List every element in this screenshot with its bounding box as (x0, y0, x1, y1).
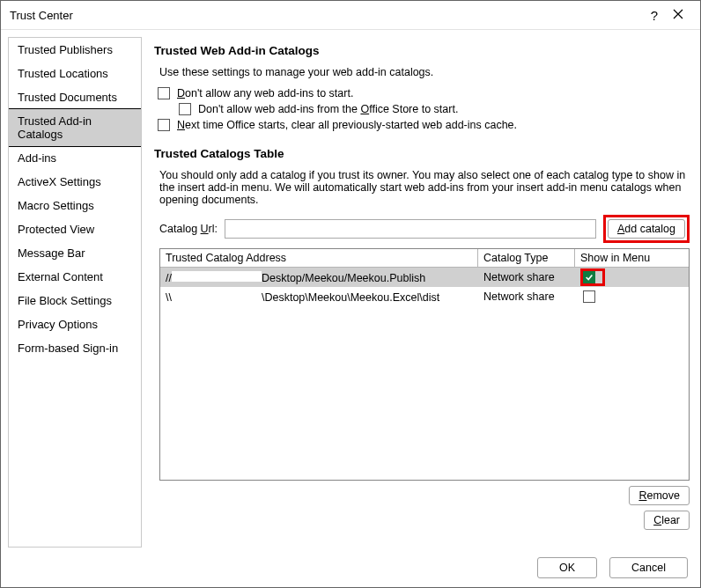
checkbox-label: Don't allow web add-ins from the Office … (198, 103, 458, 115)
cell-type: Network share (478, 290, 575, 303)
cell-show-in-menu (575, 288, 689, 305)
remove-button[interactable]: Remove (629, 486, 690, 505)
highlight-add-catalog: Add catalog (603, 215, 690, 243)
section1-description: Use these settings to manage your web ad… (154, 66, 690, 85)
sidebar-item-file-block-settings[interactable]: File Block Settings (9, 289, 141, 312)
section2-description: You should only add a catalog if you tru… (154, 169, 690, 213)
sidebar-item-external-content[interactable]: External Content (9, 265, 141, 289)
table-header: Trusted Catalog Address Catalog Type Sho… (160, 249, 689, 268)
sidebar-item-trusted-documents[interactable]: Trusted Documents (9, 85, 141, 109)
section-title-web-addin-catalogs: Trusted Web Add-in Catalogs (154, 40, 690, 66)
table-row[interactable]: //Desktop/Meekou/Meekou.Publish Network … (160, 268, 689, 287)
column-header-show-in-menu[interactable]: Show in Menu (575, 249, 689, 267)
sidebar-item-macro-settings[interactable]: Macro Settings (9, 194, 141, 217)
cell-address: \\\Desktop\Meekou\Meekou.Excel\dist (160, 290, 478, 304)
main-panel: Trusted Web Add-in Catalogs Use these se… (151, 37, 693, 548)
checkbox-dont-allow-office-store[interactable] (179, 103, 191, 115)
cell-show-in-menu (575, 268, 689, 286)
show-in-menu-checkbox[interactable] (583, 290, 595, 303)
help-icon[interactable]: ? (644, 8, 665, 23)
table-button-group: Remove Clear (154, 486, 690, 535)
section-title-trusted-catalogs-table: Trusted Catalogs Table (154, 133, 690, 169)
table-body[interactable]: //Desktop/Meekou/Meekou.Publish Network … (160, 268, 689, 480)
sidebar-item-trusted-locations[interactable]: Trusted Locations (9, 62, 141, 85)
catalog-url-row: Catalog Url: Add catalog (154, 213, 690, 248)
sidebar-item-privacy-options[interactable]: Privacy Options (9, 312, 141, 336)
checkbox-row-dont-allow-office-store[interactable]: Don't allow web add-ins from the Office … (154, 101, 690, 117)
checkbox-row-clear-cache[interactable]: Next time Office starts, clear all previ… (154, 117, 690, 133)
sidebar-item-trusted-addin-catalogs[interactable]: Trusted Add-in Catalogs (8, 108, 142, 147)
checkbox-row-dont-allow-addins[interactable]: Don't allow any web add-ins to start. (154, 85, 690, 101)
highlight-show-in-menu-checkbox (580, 268, 605, 286)
show-in-menu-checkbox-wrap (580, 288, 605, 305)
trust-center-window: Trust Center ? Trusted Publishers Truste… (0, 0, 701, 588)
table-row[interactable]: \\\Desktop\Meekou\Meekou.Excel\dist Netw… (160, 287, 689, 306)
window-title: Trust Center (10, 9, 644, 22)
sidebar: Trusted Publishers Trusted Locations Tru… (8, 37, 142, 548)
titlebar: Trust Center ? (1, 1, 700, 30)
cell-address: //Desktop/Meekou/Meekou.Publish (160, 271, 478, 284)
dialog-body: Trusted Publishers Trusted Locations Tru… (1, 30, 700, 548)
catalog-url-label: Catalog Url: (159, 223, 218, 235)
ok-button[interactable]: OK (537, 557, 597, 578)
close-icon[interactable] (665, 9, 691, 22)
column-header-type[interactable]: Catalog Type (478, 249, 575, 267)
catalog-url-input[interactable] (225, 219, 596, 239)
add-catalog-button[interactable]: Add catalog (608, 219, 685, 239)
column-header-address[interactable]: Trusted Catalog Address (160, 249, 478, 267)
sidebar-item-activex-settings[interactable]: ActiveX Settings (9, 170, 141, 194)
trusted-catalogs-table: Trusted Catalog Address Catalog Type Sho… (159, 248, 690, 481)
checkbox-dont-allow-addins[interactable] (158, 87, 170, 99)
sidebar-item-message-bar[interactable]: Message Bar (9, 241, 141, 265)
checkbox-clear-cache[interactable] (158, 119, 170, 131)
sidebar-item-add-ins[interactable]: Add-ins (9, 146, 141, 170)
checkbox-label: Next time Office starts, clear all previ… (177, 119, 517, 131)
sidebar-item-form-based-sign-in[interactable]: Form-based Sign-in (9, 336, 141, 360)
show-in-menu-checkbox[interactable] (583, 271, 595, 283)
sidebar-item-trusted-publishers[interactable]: Trusted Publishers (9, 38, 141, 62)
cancel-button[interactable]: Cancel (609, 557, 688, 578)
clear-button[interactable]: Clear (644, 511, 690, 530)
sidebar-item-protected-view[interactable]: Protected View (9, 217, 141, 241)
checkbox-label: Don't allow any web add-ins to start. (177, 87, 353, 99)
cell-type: Network share (478, 271, 575, 283)
dialog-footer: OK Cancel (1, 548, 700, 587)
